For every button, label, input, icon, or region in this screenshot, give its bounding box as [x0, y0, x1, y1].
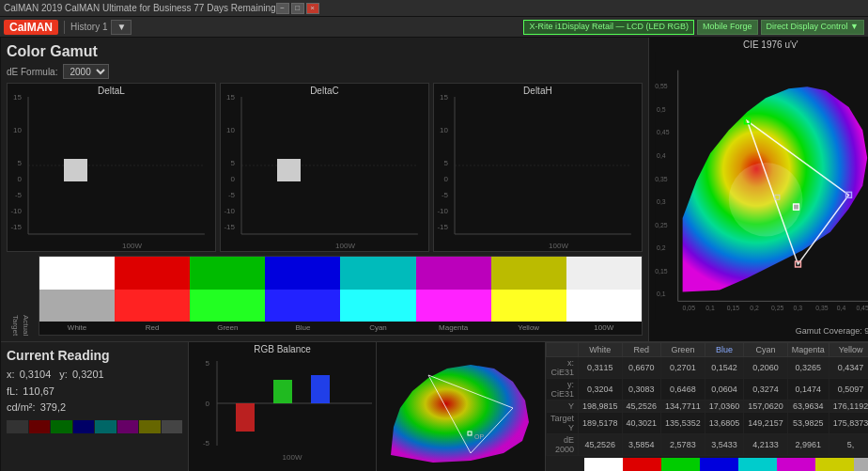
cell-magenta-tY: 53,9825	[787, 413, 829, 434]
cie1976-panel: CIE 1976 u'v'	[648, 38, 868, 341]
cell-red-tY: 40,3021	[622, 413, 661, 434]
cell-green-x: 0,2701	[661, 357, 705, 379]
svg-text:0,35: 0,35	[815, 305, 829, 311]
svg-text:100W: 100W	[122, 242, 142, 250]
current-reading-panel: Current Reading x: 0,3104 y: 0,3201 fL: …	[1, 342, 189, 471]
cie1976-diagram: 0,05 0,1 0,15 0,2 0,25 0,3 0,35 0,4 0,45…	[653, 52, 868, 320]
x-value: 0,3104	[20, 369, 52, 380]
cell-yellow-x: 0,4347	[829, 357, 868, 379]
svg-text:0,1: 0,1	[657, 290, 666, 297]
svg-text:0: 0	[443, 175, 448, 183]
svg-text:OP: OP	[474, 433, 484, 440]
col-header-blue: Blue	[705, 343, 744, 357]
device-btn-3[interactable]: Direct Display Control ▼	[761, 20, 864, 35]
window-controls: − □ ×	[276, 3, 319, 14]
y-value: 0,3201	[72, 369, 104, 380]
svg-text:0,15: 0,15	[727, 305, 740, 311]
cell-blue-de: 3,5433	[705, 434, 744, 456]
col-header-red: Red	[622, 343, 661, 357]
row-label-xcie31: x: CiE31	[547, 357, 579, 379]
cell-cyan-de: 4,2133	[744, 434, 788, 456]
svg-text:-5: -5	[442, 191, 449, 199]
svg-text:0,55: 0,55	[655, 83, 668, 89]
cell-red-x: 0,6670	[622, 357, 661, 379]
main-layout: SDR Toolkit Welcome Options Analysis Dyn…	[0, 38, 868, 471]
cie1976-title: CIE 1976 u'v'	[649, 38, 868, 52]
svg-text:15: 15	[226, 93, 235, 102]
col-header-cyan: Cyan	[744, 343, 788, 357]
cell-cyan-Y: 157,0620	[744, 400, 788, 413]
svg-text:0: 0	[18, 175, 23, 183]
table-row: Y 198,9815 45,2526 134,7711 17,0360 157,…	[547, 400, 869, 413]
cell-red-Y: 45,2526	[622, 400, 661, 413]
fl-label: fL:	[7, 385, 18, 397]
history-label: History 1	[70, 22, 107, 32]
close-button[interactable]: ×	[306, 3, 319, 14]
cell-white-tY: 189,5178	[579, 413, 623, 434]
svg-text:0,45: 0,45	[657, 129, 670, 135]
device-btn-2[interactable]: Mobile Forge	[697, 20, 758, 35]
svg-text:0,45: 0,45	[857, 305, 868, 311]
svg-text:0,4: 0,4	[657, 152, 666, 159]
bottom-row: Current Reading x: 0,3104 y: 0,3201 fL: …	[1, 341, 868, 471]
deltaL-chart: DeltaL 15 10 5 0 -5 -10 -15	[7, 83, 216, 252]
col-header-magenta: Magenta	[787, 343, 829, 357]
svg-rect-72	[273, 380, 292, 403]
titlebar-title: CalMAN 2019 CalMAN Ultimate for Business…	[4, 3, 276, 13]
content-area: Color Gamut dE Formula: 2000 ITP 76 Delt…	[1, 38, 868, 471]
svg-text:-10: -10	[10, 207, 22, 215]
row-label-de2000: dE 2000	[547, 434, 579, 456]
svg-text:0: 0	[206, 400, 210, 408]
svg-text:-15: -15	[10, 223, 22, 231]
cell-blue-x: 0,1542	[705, 357, 744, 379]
titlebar: CalMAN 2019 CalMAN Ultimate for Business…	[0, 0, 868, 17]
de-formula-select[interactable]: 2000 ITP 76	[63, 64, 109, 79]
cell-green-y: 0,6468	[661, 379, 705, 400]
cdm2-label: cd/m²:	[7, 401, 36, 413]
cell-magenta-de: 2,9961	[787, 434, 829, 456]
cell-green-tY: 135,5352	[661, 413, 705, 434]
svg-text:0,2: 0,2	[751, 305, 760, 311]
delta-charts: DeltaL 15 10 5 0 -5 -10 -15	[7, 83, 643, 252]
device-buttons: X-Rite i1Display Retail — LCD (LED RGB) …	[523, 20, 864, 35]
cell-yellow-Y: 176,1192	[829, 400, 868, 413]
svg-text:0,25: 0,25	[771, 305, 784, 311]
svg-rect-23	[277, 159, 301, 181]
target-label: Target	[11, 315, 20, 336]
color-gamut-panel: Color Gamut dE Formula: 2000 ITP 76 Delt…	[1, 38, 648, 341]
reading-xy: x: 0,3104 y: 0,3201	[7, 367, 182, 384]
fl-value: 110,67	[23, 385, 54, 397]
reading-fl: fL: 110,67	[7, 384, 182, 400]
svg-text:-10: -10	[224, 207, 235, 215]
cell-red-de: 3,5854	[622, 434, 661, 456]
device-btn-1[interactable]: X-Rite i1Display Retail — LCD (LED RGB)	[523, 20, 694, 35]
cell-red-y: 0,3083	[622, 379, 661, 400]
cell-green-Y: 134,7711	[661, 400, 705, 413]
maximize-button[interactable]: □	[291, 3, 304, 14]
cell-magenta-y: 0,1474	[787, 379, 829, 400]
gamut-coverage-label: Gamut Coverage: 99,9%	[796, 326, 868, 336]
svg-text:0,5: 0,5	[657, 106, 666, 113]
svg-text:15: 15	[440, 93, 448, 102]
svg-text:-5: -5	[203, 439, 210, 447]
svg-text:0,1: 0,1	[706, 305, 716, 311]
svg-text:5: 5	[231, 159, 236, 167]
svg-rect-64	[794, 204, 799, 210]
svg-rect-73	[311, 375, 330, 403]
data-table: White Red Green Blue Cyan Magenta Yellow…	[546, 342, 868, 471]
cell-blue-y: 0,0604	[705, 379, 744, 400]
col-header-label	[547, 343, 579, 357]
svg-text:5: 5	[443, 159, 448, 167]
col-header-yellow: Yellow	[829, 343, 868, 357]
minimize-button[interactable]: −	[276, 3, 289, 14]
swatch-label-green: Green	[190, 322, 265, 335]
svg-text:0: 0	[231, 175, 236, 183]
cell-cyan-x: 0,2060	[744, 357, 788, 379]
svg-text:100W: 100W	[335, 242, 355, 250]
cell-blue-tY: 13,6805	[705, 413, 744, 434]
svg-text:15: 15	[13, 93, 22, 102]
svg-text:-5: -5	[228, 191, 236, 199]
cell-white-x: 0,3115	[579, 357, 623, 379]
history-dropdown[interactable]: ▼	[111, 20, 132, 35]
svg-text:5: 5	[18, 159, 23, 167]
